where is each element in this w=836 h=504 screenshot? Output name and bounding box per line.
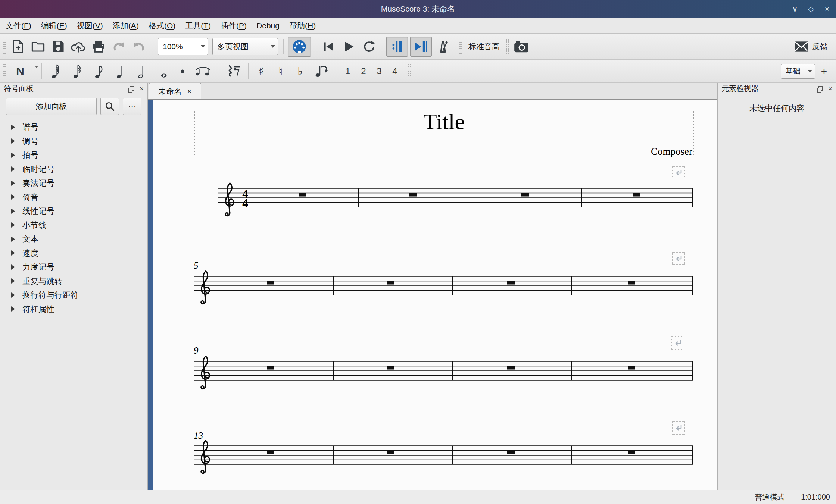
add-palette-button[interactable]: 添加面板 [6,98,97,115]
undo-button[interactable] [110,37,128,57]
staff-system[interactable]: 44 [218,181,693,222]
palette-item-换行符与行距符[interactable]: 换行符与行距符 [0,288,147,302]
voice-2-button[interactable]: 2 [356,66,371,76]
score-composer-text[interactable]: Composer [651,146,692,157]
palette-more-button[interactable]: ⋯ [123,98,141,115]
line-break-icon[interactable] [672,421,685,435]
rest-button[interactable] [223,62,244,81]
menu-item[interactable]: 格式(O) [144,18,180,34]
undock-panel-icon[interactable] [130,86,134,91]
expand-triangle-icon[interactable] [11,237,15,242]
note-32nd-button[interactable] [46,62,65,81]
menu-item[interactable]: 文件(F) [1,18,36,34]
expand-triangle-icon[interactable] [11,166,15,172]
expand-triangle-icon[interactable] [11,250,15,256]
expand-triangle-icon[interactable] [11,125,15,130]
palette-item-线性记号[interactable]: 线性记号 [0,204,147,218]
staff-system[interactable] [194,269,693,310]
close-panel-icon[interactable]: × [828,86,832,91]
tab-close-icon[interactable]: × [187,87,192,96]
palette-item-文本[interactable]: 文本 [0,232,147,246]
toolbar-drag-handle[interactable] [2,39,6,54]
menu-item[interactable]: Debug [252,18,284,34]
toolbar-drag-handle[interactable] [459,39,462,54]
feedback-button[interactable]: 反馈 [794,41,828,52]
toolbar-drag-handle[interactable] [408,63,411,79]
rewind-button[interactable] [319,37,337,57]
palette-item-力度记号[interactable]: 力度记号 [0,260,147,274]
menu-item[interactable]: 工具(T) [180,18,216,34]
loop-playback-button[interactable] [360,37,378,57]
expand-triangle-icon[interactable] [11,306,15,312]
expand-triangle-icon[interactable] [11,278,15,284]
toolbar-drag-handle[interactable] [2,63,6,79]
note-16th-button[interactable] [68,62,87,81]
staff-system[interactable] [194,354,693,395]
augmentation-dot-button[interactable] [176,62,189,81]
score-title-text[interactable]: Title [195,109,693,135]
expand-triangle-icon[interactable] [11,138,15,144]
print-button[interactable] [90,37,107,57]
menu-item[interactable]: 编辑(E) [36,18,72,34]
note-quarter-button[interactable] [111,62,130,81]
palette-item-奏法记号[interactable]: 奏法记号 [0,176,147,190]
close-panel-icon[interactable]: × [140,86,144,91]
metronome-button[interactable] [434,37,452,57]
title-frame[interactable]: Title Composer [194,110,694,157]
flat-button[interactable]: ♭ [292,62,308,81]
voice-4-button[interactable]: 4 [387,66,403,76]
toolbar-drag-handle[interactable] [506,39,509,54]
palette-item-临时记号[interactable]: 临时记号 [0,162,147,176]
natural-button[interactable]: ♮ [272,62,289,81]
note-eighth-button[interactable] [90,62,108,81]
new-score-button[interactable] [9,37,27,57]
redo-button[interactable] [130,37,148,57]
menu-item[interactable]: 帮助(H) [284,18,321,34]
note-half-button[interactable] [133,62,152,81]
note-input-mode-dropdown[interactable] [32,68,38,75]
palette-item-符杠属性[interactable]: 符杠属性 [0,302,147,316]
score-tab[interactable]: 未命名 × [149,83,201,99]
flip-direction-button[interactable] [311,62,332,81]
menu-item[interactable]: 添加(A) [108,18,144,34]
line-break-icon[interactable] [672,166,685,179]
staff-system[interactable] [194,438,693,479]
palette-item-小节线[interactable]: 小节线 [0,218,147,232]
line-break-icon[interactable] [672,252,685,265]
tie-button[interactable] [192,62,213,81]
note-input-button[interactable]: N [9,62,31,81]
upload-online-button[interactable] [69,37,87,57]
add-workspace-button[interactable]: + [817,65,831,77]
search-palette-button[interactable] [100,98,119,115]
image-capture-button[interactable] [512,37,530,57]
expand-triangle-icon[interactable] [11,209,15,214]
palette-item-重复与跳转[interactable]: 重复与跳转 [0,274,147,288]
minimize-icon[interactable]: ∨ [792,4,798,13]
palette-item-速度[interactable]: 速度 [0,246,147,260]
menu-item[interactable]: 视图(V) [72,18,108,34]
midi-input-toggle[interactable] [288,37,311,57]
palette-item-谱号[interactable]: 谱号 [0,120,147,134]
sharp-button[interactable]: ♯ [253,62,269,81]
voice-3-button[interactable]: 3 [371,66,387,76]
save-button[interactable] [49,37,67,57]
palette-item-调号[interactable]: 调号 [0,134,147,148]
expand-triangle-icon[interactable] [11,292,15,298]
expand-triangle-icon[interactable] [11,222,15,228]
maximize-icon[interactable]: ◇ [808,4,814,13]
note-whole-button[interactable] [155,62,173,81]
close-icon[interactable]: × [825,4,829,13]
expand-triangle-icon[interactable] [11,153,15,158]
play-repeats-toggle[interactable] [386,37,408,57]
undock-panel-icon[interactable] [818,86,823,91]
palette-item-拍号[interactable]: 拍号 [0,148,147,162]
expand-triangle-icon[interactable] [11,194,15,200]
score-page[interactable]: Title Composer [153,100,717,490]
voice-1-button[interactable]: 1 [340,66,356,76]
expand-triangle-icon[interactable] [11,264,15,270]
workspace-select[interactable]: 基础 [781,64,815,79]
zoom-select[interactable]: 100% [158,38,208,55]
palette-item-倚音[interactable]: 倚音 [0,190,147,204]
play-button[interactable] [340,37,358,57]
concert-pitch-button[interactable]: 标准音高 [465,41,503,52]
